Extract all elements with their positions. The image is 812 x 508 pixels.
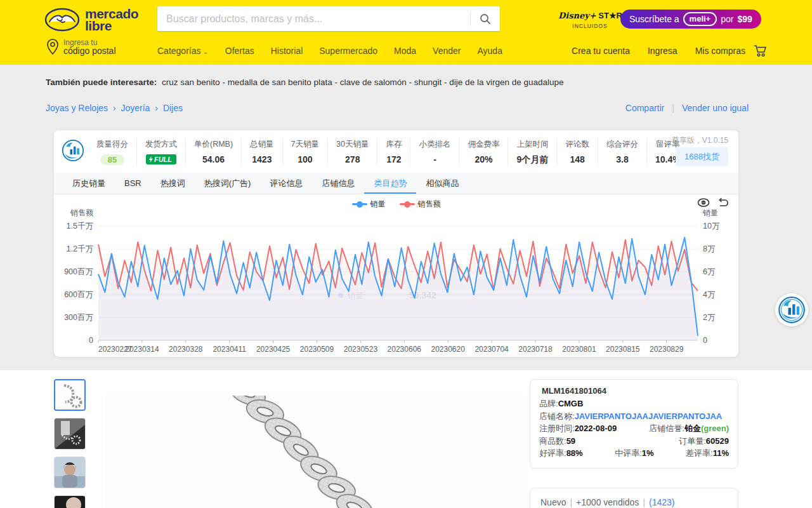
stat-value: 278 <box>336 154 369 164</box>
breadcrumb-joyas[interactable]: Joyas y Relojes <box>46 103 121 113</box>
stat-label: 发货方式 <box>145 139 177 150</box>
svg-text:20230718: 20230718 <box>518 345 553 354</box>
svg-text:销售额: 销售额 <box>70 208 93 217</box>
stat-label: 小类排名 <box>419 139 450 150</box>
stat-value: - <box>419 154 450 164</box>
category-trend-chart[interactable]: 销售额销量1.5千万10万1.2千万8万900百万6万600百万4万300百万2… <box>54 206 738 357</box>
negative-rate-value: 11% <box>713 448 729 458</box>
nav-crea-tu-cuenta[interactable]: Crea tu cuenta <box>572 46 630 56</box>
related-search-link[interactable]: cruz san benito <box>162 77 228 87</box>
svg-text:20230606: 20230606 <box>388 345 422 354</box>
find-on-1688-button[interactable]: 1688找货 <box>676 147 728 166</box>
svg-text:20230411: 20230411 <box>213 345 246 354</box>
stat-value: 100 <box>291 154 319 164</box>
divider: | <box>643 497 645 507</box>
neutral-rate-value: 1% <box>642 448 654 458</box>
nav-moda[interactable]: Moda <box>394 46 416 56</box>
tab-2[interactable]: 热搜词 <box>151 173 195 194</box>
svg-text:10万: 10万 <box>703 222 719 231</box>
stat-value: FULL <box>146 154 176 164</box>
sell-one-like-this-link[interactable]: Vender uno igual <box>682 103 749 113</box>
product-thumbnail-3[interactable] <box>54 457 86 488</box>
zipcode-selector[interactable]: Ingresa tu código postal <box>46 38 116 56</box>
analytics-tabs: 历史销量BSR热搜词热搜词(广告)评论信息店铺信息类目趋势相似商品 <box>54 173 738 194</box>
seller-analytics-panel: 质量得分85发货方式FULL单价(RMB)54.06总销量14237天销量100… <box>54 130 738 357</box>
divider: | <box>570 497 572 507</box>
subscribe-meli-button[interactable]: Suscríbete a meli+ por $99 <box>620 10 761 29</box>
breadcrumb: Joyas y RelojesJoyeríaDijes <box>46 103 183 113</box>
cart-icon <box>754 44 768 57</box>
reviews-count-link[interactable]: (1423) <box>649 497 674 507</box>
nav-ofertas[interactable]: Ofertas <box>225 46 254 56</box>
mercado-libre-logo[interactable]: mercadolibre <box>44 8 138 32</box>
stat-label: 30天销量 <box>336 139 369 150</box>
product-stats-row: 质量得分85发货方式FULL单价(RMB)54.06总销量14237天销量100… <box>88 138 689 166</box>
tab-7[interactable]: 相似商品 <box>416 173 468 194</box>
store-name-link[interactable]: JAVIERPANTOJAAJAVIERPANTOJAA <box>575 411 723 421</box>
product-main-image[interactable] <box>105 396 523 508</box>
product-thumbnail-2[interactable] <box>54 418 86 450</box>
analytics-tool-logo-icon <box>62 139 84 162</box>
related-search-link[interactable]: dije de la virgen de guadalupe <box>449 77 563 87</box>
subscribe-price: $99 <box>737 14 752 24</box>
negative-rate-label: 差评率: <box>686 448 713 458</box>
breadcrumb-joyeria[interactable]: Joyería <box>121 103 163 113</box>
registered-value: 2022-08-09 <box>575 424 617 433</box>
tab-3[interactable]: 热搜词(广告) <box>195 173 261 194</box>
location-pin-icon <box>46 38 60 56</box>
items-count-label: 商品数: <box>539 436 566 446</box>
related-search-link[interactable]: clave de salomón <box>340 77 414 87</box>
tool-version-label: 尊享版，V1.0.15 <box>672 135 728 146</box>
nav-supermercado[interactable]: Supermercado <box>319 46 377 56</box>
disney-star-promo[interactable]: Disney+ ST★R+ INCLUIDOS <box>558 11 622 30</box>
handshake-icon <box>44 8 80 32</box>
search-bar <box>157 6 500 31</box>
product-detail-section: MLM1641801064 品牌:CMGB 店铺名称:JAVIERPANTOJA… <box>0 370 812 508</box>
nav-historial[interactable]: Historial <box>271 46 303 56</box>
product-id: MLM1641801064 <box>539 386 729 396</box>
search-input[interactable] <box>157 13 470 25</box>
promo-included-label: INCLUIDOS <box>558 22 622 30</box>
brand-label: 品牌: <box>539 399 558 408</box>
actions-divider: | <box>672 103 674 113</box>
orders-value: 60529 <box>706 436 729 446</box>
tab-4[interactable]: 评论信息 <box>260 173 312 194</box>
search-icon <box>480 13 491 25</box>
breadcrumb-dijes[interactable]: Dijes <box>163 103 183 113</box>
search-button[interactable] <box>471 6 500 31</box>
stat-label: 评论数 <box>565 139 589 150</box>
product-thumbnail-4[interactable] <box>54 495 86 508</box>
reputation-label: 店铺信誉: <box>649 424 684 433</box>
meli-plus-badge: meli+ <box>683 12 717 26</box>
analytics-tool-floating-icon <box>778 296 806 324</box>
tab-0[interactable]: 历史销量 <box>63 173 115 194</box>
thumbnail-model-image <box>55 457 85 488</box>
tab-5[interactable]: 店铺信息 <box>312 173 364 194</box>
nav-ayuda[interactable]: Ayuda <box>477 46 502 56</box>
nav-ingresa[interactable]: Ingresa <box>648 46 678 56</box>
stat-col: 库存172 <box>377 138 410 166</box>
stat-value: 148 <box>565 154 589 164</box>
stat-value: 3.8 <box>606 154 638 164</box>
tab-1[interactable]: BSR <box>115 173 151 194</box>
nav-categorias[interactable]: Categorías <box>157 46 209 56</box>
product-thumbnail-1[interactable] <box>54 379 86 411</box>
stat-label: 总销量 <box>250 139 274 150</box>
analytics-tool-floating-button[interactable] <box>775 293 808 326</box>
brand-value: CMGB <box>558 399 584 408</box>
stat-value: 85 <box>100 154 124 165</box>
svg-text:20230523: 20230523 <box>344 345 378 354</box>
tab-6[interactable]: 类目趋势 <box>364 173 416 194</box>
sold-count-label: +1000 vendidos <box>576 497 639 507</box>
svg-text:6万: 6万 <box>703 267 715 276</box>
stat-col: 综合评分3.8 <box>598 138 647 166</box>
nav-vender[interactable]: Vender <box>433 46 461 56</box>
condition-label: Nuevo <box>540 497 566 507</box>
share-link[interactable]: Compartir <box>625 103 664 113</box>
related-search-link[interactable]: medalla de san benito plata <box>228 77 340 87</box>
svg-text:0: 0 <box>89 336 93 345</box>
cart-button[interactable] <box>754 44 768 60</box>
nav-mis-compras[interactable]: Mis compras <box>695 46 745 56</box>
related-search-link[interactable]: shungit <box>414 77 450 87</box>
svg-text:2万: 2万 <box>703 313 715 322</box>
